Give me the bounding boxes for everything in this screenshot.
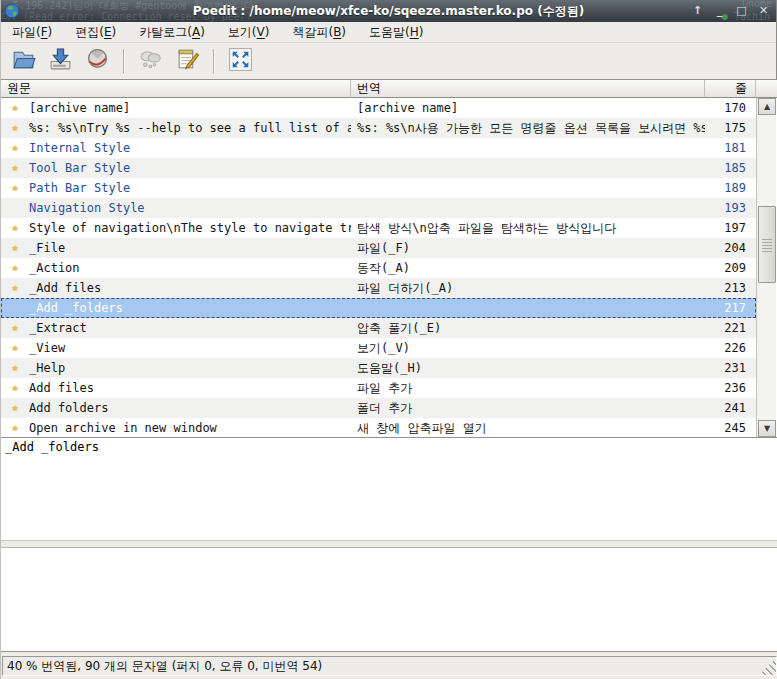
star-placeholder: [1, 298, 29, 318]
cell-translation: 압축 풀기(_E): [351, 318, 705, 338]
close-button[interactable]: ✕: [756, 3, 771, 19]
cell-source: Path Bar Style: [29, 178, 351, 198]
status-text: 40 % 번역됨, 90 개의 문자열 (퍼지 0, 오류 0, 미번역 54): [2, 656, 777, 676]
cell-source: [archive name]: [29, 98, 351, 118]
fullscreen-button[interactable]: [225, 46, 255, 76]
cell-line-number: 197: [705, 218, 756, 238]
validate-button[interactable]: [82, 46, 112, 76]
open-button[interactable]: [8, 46, 38, 76]
star-icon: ★: [1, 338, 29, 358]
cell-source: Add folders: [29, 398, 351, 418]
cell-line-number: 231: [705, 358, 756, 378]
window-controls: ↑_□✕: [690, 0, 771, 22]
scroll-up-button[interactable]: ▲: [758, 98, 776, 115]
cell-line-number: 241: [705, 398, 756, 418]
vertical-scrollbar[interactable]: ▲ ▼: [756, 98, 776, 437]
cell-line-number: 209: [705, 258, 756, 278]
table-row[interactable]: Navigation Style193: [1, 198, 756, 218]
menu-bookmarks[interactable]: 책갈피(B): [288, 22, 350, 43]
star-icon: ★: [1, 278, 29, 298]
cell-line-number: 213: [705, 278, 756, 298]
maximize-button[interactable]: □: [734, 3, 749, 19]
table-row[interactable]: ★_Add files파일 더하기(_A)213: [1, 278, 756, 298]
table-row[interactable]: ★_Extract압축 풀기(_E)221: [1, 318, 756, 338]
star-icon: ★: [1, 398, 29, 418]
table-row[interactable]: ★Tool Bar Style185: [1, 158, 756, 178]
cell-translation: 폴더 추가: [351, 398, 705, 418]
fullscreen-icon: [228, 47, 253, 75]
cell-translation: [351, 138, 705, 158]
cell-source: Add files: [29, 378, 351, 398]
table-row[interactable]: ★Style of navigation\nThe style to navig…: [1, 218, 756, 238]
minimize-button[interactable]: _: [712, 3, 727, 19]
table-row[interactable]: _Add _folders217: [1, 298, 756, 318]
cell-line-number: 170: [705, 98, 756, 118]
table-row[interactable]: ★_Action동작(_A)209: [1, 258, 756, 278]
cell-line-number: 175: [705, 118, 756, 138]
toolbar-separator: [213, 49, 214, 73]
save-button[interactable]: [45, 46, 75, 76]
star-icon: ★: [1, 358, 29, 378]
table-row[interactable]: ★_File파일(_F)204: [1, 238, 756, 258]
table-row[interactable]: ★Add files파일 추가236: [1, 378, 756, 398]
toolbar: [1, 43, 776, 80]
comment-button[interactable]: [172, 46, 202, 76]
table-row[interactable]: ★Internal Style181: [1, 138, 756, 158]
scroll-thumb[interactable]: [758, 206, 776, 283]
menu-edit[interactable]: 편집(E): [71, 22, 120, 43]
menu-view[interactable]: 보기(V): [224, 22, 274, 43]
star-icon: ★: [1, 218, 29, 238]
table-body: ★[archive name][archive name]170★%s: %s\…: [1, 98, 756, 437]
cell-line-number: 245: [705, 418, 756, 437]
star-icon: ★: [1, 318, 29, 338]
shade-button[interactable]: ↑: [690, 3, 705, 19]
cell-source: _Add _folders: [29, 298, 351, 318]
source-text-panel[interactable]: _Add _folders: [1, 437, 777, 540]
menu-catalog[interactable]: 카탈로그(A): [135, 22, 209, 43]
cell-translation: 파일 더하기(_A): [351, 278, 705, 298]
titlebar[interactable]: 5.196.242)님이 대화방 #gentoo에 참여했습니다 다. (Rea…: [1, 0, 776, 22]
cell-translation: [351, 198, 705, 218]
cell-translation: [351, 298, 705, 318]
cell-source: %s: %s\nTry %s --help to see a full list…: [29, 118, 351, 138]
cell-source: _Action: [29, 258, 351, 278]
cell-translation: [archive name]: [351, 98, 705, 118]
cell-source: _View: [29, 338, 351, 358]
column-header-line[interactable]: 줄: [705, 80, 756, 98]
cell-translation: [351, 158, 705, 178]
menu-help[interactable]: 도움말(H): [365, 22, 427, 43]
cell-line-number: 217: [705, 298, 756, 318]
table-row[interactable]: ★%s: %s\nTry %s --help to see a full lis…: [1, 118, 756, 138]
cell-line-number: 221: [705, 318, 756, 338]
translation-edit-panel[interactable]: [1, 547, 777, 651]
cell-source: Internal Style: [29, 138, 351, 158]
toolbar-separator: [123, 49, 124, 73]
cell-source: Tool Bar Style: [29, 158, 351, 178]
star-icon: ★: [1, 158, 29, 178]
cell-line-number: 193: [705, 198, 756, 218]
table-row[interactable]: ★Path Bar Style189: [1, 178, 756, 198]
validate-icon: [85, 47, 110, 75]
update-button[interactable]: [135, 46, 165, 76]
table-row[interactable]: ★Open archive in new window새 창에 압축파일 열기2…: [1, 418, 756, 437]
cell-translation: 보기(_V): [351, 338, 705, 358]
cell-translation: 동작(_A): [351, 258, 705, 278]
scroll-down-button[interactable]: ▼: [758, 420, 776, 437]
star-icon: ★: [1, 118, 29, 138]
column-header-translation[interactable]: 번역: [351, 80, 705, 98]
comment-icon: [175, 47, 200, 75]
menu-file[interactable]: 파일(F): [8, 22, 56, 43]
star-icon: ★: [1, 378, 29, 398]
statusbar: 40 % 번역됨, 90 개의 문자열 (퍼지 0, 오류 0, 미번역 54): [1, 651, 777, 679]
table-row[interactable]: ★Add folders폴더 추가241: [1, 398, 756, 418]
table-row[interactable]: ★[archive name][archive name]170: [1, 98, 756, 118]
column-header-source[interactable]: 원문: [1, 80, 351, 98]
cell-translation: [351, 178, 705, 198]
cell-line-number: 226: [705, 338, 756, 358]
pane-splitter[interactable]: [1, 540, 777, 547]
cell-translation: %s: %s\n사용 가능한 모든 명령줄 옵션 목록을 보시려면 %s -..…: [351, 118, 705, 138]
cell-source: Style of navigation\nThe style to naviga…: [29, 218, 351, 238]
star-icon: ★: [1, 258, 29, 278]
table-row[interactable]: ★_Help도움말(_H)231: [1, 358, 756, 378]
table-row[interactable]: ★_View보기(_V)226: [1, 338, 756, 358]
